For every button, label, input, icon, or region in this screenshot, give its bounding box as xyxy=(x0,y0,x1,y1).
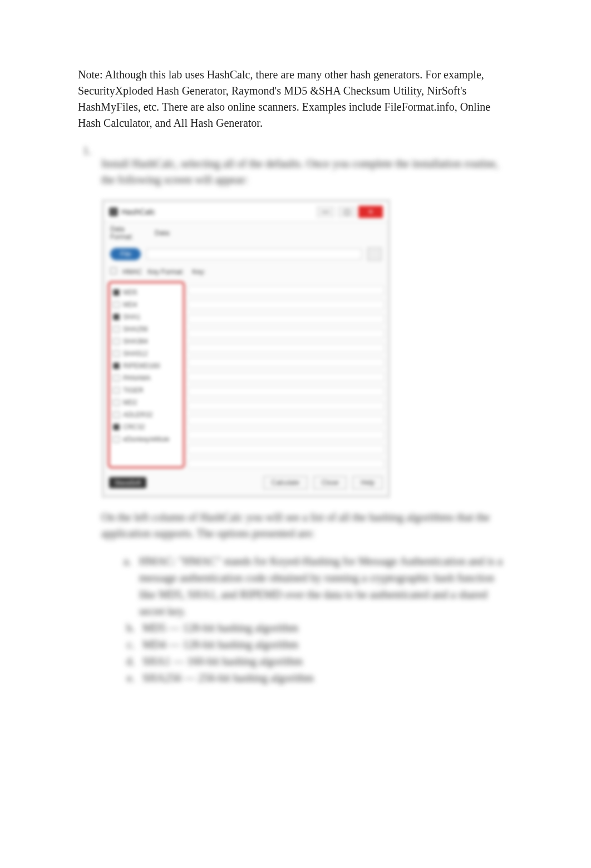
sub-item-b: b. MD5 — 128-bit hashing algorithm xyxy=(124,619,513,636)
hash-option-md4[interactable]: MD4 xyxy=(113,299,180,311)
step-number: 1. xyxy=(78,145,91,157)
app-icon xyxy=(109,207,118,216)
algorithm-sub-list: a. HMAC: "HMAC" stands for Keyed-Hashing… xyxy=(101,553,513,686)
key-label: Key: xyxy=(192,268,205,276)
hash-result-line xyxy=(188,300,384,309)
note-paragraph: Note: Although this lab uses HashCalc, t… xyxy=(78,67,513,131)
hmac-checkbox[interactable] xyxy=(110,267,117,276)
browse-button[interactable] xyxy=(367,247,382,261)
hash-result-line xyxy=(188,401,384,410)
hash-option-edonkey[interactable]: eDonkey/eMule xyxy=(113,433,180,445)
hash-result-line xyxy=(188,445,384,454)
key-format-row: HMAC Key Format: Key: xyxy=(105,264,387,279)
vendor-badge: SlavaSoft xyxy=(109,477,146,488)
help-button[interactable]: Help xyxy=(352,476,383,489)
calculate-button[interactable]: Calculate xyxy=(263,476,308,489)
hash-result-line xyxy=(188,315,384,324)
hash-result-line xyxy=(188,430,384,439)
hash-result-line xyxy=(188,416,384,425)
hash-option-md2[interactable]: MD2 xyxy=(113,396,180,409)
hash-result-line xyxy=(188,344,384,353)
hash-result-line xyxy=(188,459,384,468)
hmac-label: HMAC xyxy=(122,268,142,276)
hash-result-line xyxy=(188,286,384,295)
hash-result-line xyxy=(188,358,384,367)
maximize-button[interactable]: ▢ xyxy=(337,206,356,218)
hash-option-ripemd160[interactable]: RIPEMD160 xyxy=(113,360,180,372)
hash-option-sha384[interactable]: SHA384 xyxy=(113,335,180,348)
hash-option-panama[interactable]: PANAMA xyxy=(113,372,180,384)
data-input[interactable] xyxy=(146,249,362,260)
hash-result-line xyxy=(188,373,384,381)
minimize-button[interactable]: — xyxy=(316,206,335,218)
hash-result-line xyxy=(188,329,384,338)
sub-item-d: d. SHA1 — 160-bit hashing algorithm xyxy=(124,653,513,669)
window-titlebar: HashCalc — ▢ ✕ xyxy=(105,202,387,222)
hash-result-line xyxy=(188,387,384,396)
data-format-dropdown[interactable]: File xyxy=(110,248,141,260)
close-window-button[interactable]: ✕ xyxy=(358,206,383,218)
hash-result-column xyxy=(188,281,384,468)
step-1: 1. Install HashCalc, selecting all of th… xyxy=(78,145,513,686)
close-button[interactable]: Close xyxy=(313,476,347,489)
hash-option-tiger[interactable]: TIGER xyxy=(113,384,180,396)
hash-option-sha512[interactable]: SHA512 xyxy=(113,348,180,360)
hash-algorithm-list: MD5 MD4 SHA1 SHA256 SHA384 SHA512 RIPEMD… xyxy=(108,281,185,468)
key-format-label: Key Format: xyxy=(147,268,186,276)
hash-option-adler32[interactable]: ADLER32 xyxy=(113,409,180,421)
hashcalc-window: HashCalc — ▢ ✕ Data Format: Data: File xyxy=(101,199,391,498)
hash-option-sha1[interactable]: SHA1 xyxy=(113,311,180,323)
data-label: Data: xyxy=(155,229,382,237)
sub-item-c: c. MD4 — 128-bit hashing algorithm xyxy=(124,636,513,653)
document-page: Note: Although this lab uses HashCalc, t… xyxy=(0,0,591,868)
step-intro-text: Install HashCalc, selecting all of the d… xyxy=(101,156,513,188)
data-format-label: Data Format: xyxy=(110,225,149,241)
hash-option-sha256[interactable]: SHA256 xyxy=(113,323,180,335)
data-format-row: Data Format: Data: xyxy=(105,222,387,244)
window-bottom-bar: SlavaSoft Calculate Close Help xyxy=(105,473,387,495)
window-title: HashCalc xyxy=(121,207,155,216)
hash-option-md5[interactable]: MD5 xyxy=(113,286,180,299)
sub-item-a: a. HMAC: "HMAC" stands for Keyed-Hashing… xyxy=(124,553,513,619)
explanation-lead: On the left column of HashCalc you will … xyxy=(101,509,513,542)
sub-item-e: e. SHA256 — 256-bit hashing algorithm xyxy=(124,669,513,686)
hash-option-crc32[interactable]: CRC32 xyxy=(113,421,180,433)
